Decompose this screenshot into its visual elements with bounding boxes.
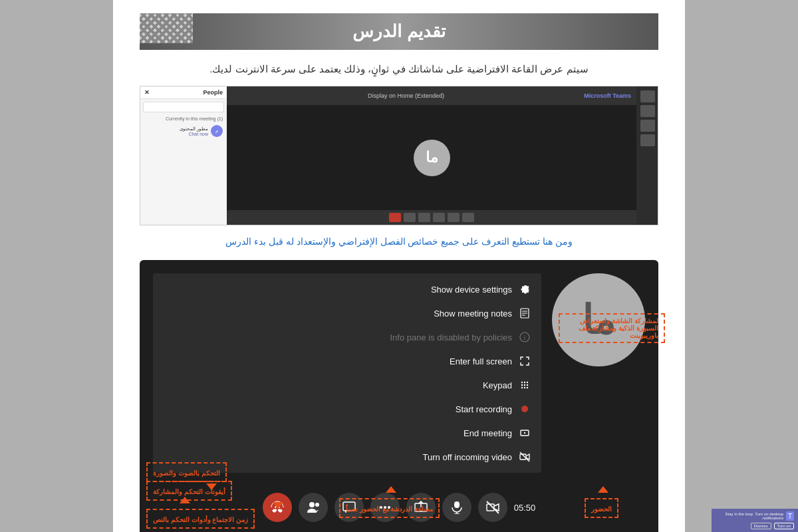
- menu-label-recording: Start recording: [456, 404, 512, 414]
- annotation-participants: الحضور: [585, 498, 618, 518]
- meeting-timer: 05:50: [514, 493, 536, 522]
- teams-main: Microsoft Teams Display on Home (Extende…: [227, 86, 636, 225]
- annotation-arrow-timer: [180, 497, 190, 503]
- teams-people-panel: People ✕ Currently in this meeting (1) م…: [140, 86, 227, 225]
- people-search[interactable]: [143, 102, 224, 112]
- teams-sidebar: [636, 86, 658, 225]
- control-btn-small: [448, 213, 460, 222]
- svg-point-11: [527, 384, 528, 386]
- annotation-share-label: لمشاركة الشاشة واستعراض السبورة الذكية و…: [565, 317, 658, 339]
- menu-item-end-meeting[interactable]: End meeting: [153, 421, 541, 445]
- close-icon: ✕: [144, 89, 150, 96]
- subtitle-text: سيتم عرض القاعة الافتراضية على شاشاتك في…: [140, 63, 658, 75]
- people-name: مطور المحتوى: [180, 126, 208, 132]
- people-section-label: Currently in this meeting (1): [140, 115, 227, 122]
- avatar-small: ما: [414, 140, 450, 176]
- menu-label-turn-off-video: Turn off incoming video: [423, 452, 512, 462]
- svg-point-13: [524, 387, 525, 388]
- menu-label-fullscreen: Enter full screen: [450, 356, 512, 366]
- annotation-chat-label: مساحة الدردشة مع الحضور نصياً: [346, 505, 433, 513]
- menu-label-info-pane: Info pane is disabled by policies: [390, 332, 512, 342]
- annotation-arrow-chat: [386, 486, 396, 493]
- participants-btn[interactable]: [299, 493, 328, 522]
- control-btn-small: [433, 213, 445, 222]
- video-off-icon: [519, 451, 531, 463]
- teams-logo: Microsoft Teams: [584, 92, 631, 99]
- annotation-video-control-label: التحكم بالصوت والصورة: [153, 469, 220, 477]
- annotation-participants-label: الحضور: [591, 505, 612, 513]
- sidebar-icon: [640, 134, 655, 146]
- menu-item-meeting-notes[interactable]: Show meeting notes: [153, 301, 541, 325]
- menu-item-device-settings[interactable]: Show device settings: [153, 277, 541, 301]
- gear-icon: [519, 283, 531, 295]
- menu-item-fullscreen[interactable]: Enter full screen: [153, 349, 541, 373]
- info-icon: i: [519, 331, 531, 343]
- keypad-icon: [519, 379, 531, 391]
- annotation-control-icons-label: أيقونات التحكم والمشاركة: [153, 488, 225, 495]
- section-link-text: ومن هنا تستطيع التعرف على جميع خصائص الف…: [140, 236, 658, 247]
- sidebar-icon: [640, 120, 655, 132]
- record-icon: [519, 403, 531, 415]
- meeting-content: ما Show device settings Show mee: [153, 273, 645, 473]
- menu-label-keypad: Keypad: [483, 380, 512, 390]
- teams-screenshot: Microsoft Teams Display on Home (Extende…: [140, 86, 658, 225]
- menu-label-end-meeting: End meeting: [464, 428, 512, 438]
- svg-point-14: [527, 387, 528, 388]
- annotation-timer: زمن الاجتماع وأدوات التحكم بالنص: [146, 509, 255, 529]
- svg-point-7: [524, 382, 525, 383]
- header-title-bar: تقديم الدرس: [140, 13, 658, 50]
- annotation-timer-label: زمن الاجتماع وأدوات التحكم بالنص: [153, 516, 248, 523]
- svg-rect-21: [454, 501, 460, 508]
- teams-header: Microsoft Teams Display on Home (Extende…: [227, 86, 636, 105]
- menu-label-meeting-notes: Show meeting notes: [434, 309, 512, 319]
- svg-line-20: [487, 501, 499, 513]
- meeting-ui: ما Show device settings Show mee: [140, 260, 658, 532]
- page-title: تقديم الدرس: [153, 21, 645, 42]
- annotation-arrow-2: [273, 502, 283, 509]
- sidebar-icon: [640, 105, 655, 117]
- menu-item-info-pane: i Info pane is disabled by policies: [153, 325, 541, 349]
- menu-item-recording[interactable]: Start recording: [153, 397, 541, 421]
- svg-text:i: i: [524, 334, 525, 341]
- people-item: م مطور المحتوى Chat now: [140, 122, 227, 140]
- page-container: تقديم الدرس سيتم عرض القاعة الافتراضية ع…: [113, 0, 685, 532]
- avatar-section: ما: [552, 273, 645, 473]
- fullscreen-icon: [519, 355, 531, 367]
- annotation-chat: مساحة الدردشة مع الحضور نصياً: [339, 498, 440, 518]
- microphone-btn[interactable]: [442, 493, 471, 522]
- svg-point-10: [524, 384, 525, 386]
- menu-item-keypad[interactable]: Keypad: [153, 373, 541, 397]
- teams-content: ما: [227, 105, 636, 210]
- people-title: People: [203, 89, 223, 96]
- svg-point-30: [315, 503, 319, 507]
- annotation-arrow-participants: [598, 486, 608, 493]
- teams-bottom-bar: [227, 210, 636, 225]
- notes-icon: [519, 307, 531, 319]
- teams-header-title: Display on Home (Extended): [232, 92, 580, 99]
- svg-point-12: [521, 387, 523, 388]
- people-avatar: م: [211, 125, 223, 137]
- sidebar-icon: [640, 90, 655, 102]
- menu-label-device-settings: Show device settings: [431, 285, 512, 295]
- end-meeting-icon: [519, 427, 531, 439]
- people-action: Chat now: [180, 132, 208, 136]
- svg-line-18: [520, 452, 529, 462]
- annotation-share: لمشاركة الشاشة واستعراض السبورة الذكية و…: [559, 313, 665, 343]
- svg-point-29: [309, 502, 315, 507]
- svg-point-8: [527, 382, 528, 383]
- record-dot: [521, 406, 528, 412]
- hangup-btn-small: [389, 213, 401, 222]
- control-btn-small: [404, 213, 416, 222]
- control-btn-small: [418, 213, 430, 222]
- svg-point-9: [521, 384, 523, 386]
- video-toggle-btn[interactable]: [478, 493, 507, 522]
- menu-panel: Show device settings Show meeting notes …: [153, 273, 541, 473]
- control-btn-small: [462, 213, 474, 222]
- people-header: People ✕: [140, 86, 227, 99]
- svg-point-6: [521, 382, 523, 383]
- annotation-video-control: التحكم بالصوت والصورة: [146, 462, 227, 482]
